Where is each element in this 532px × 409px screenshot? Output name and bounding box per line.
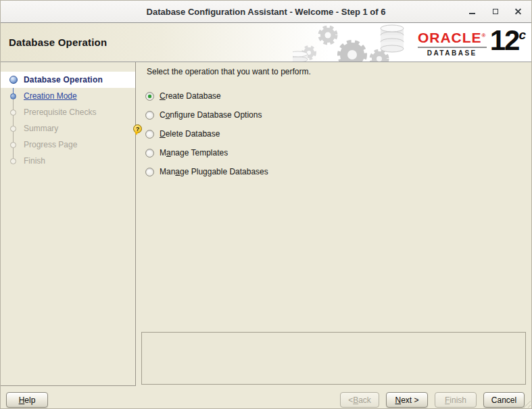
- database-wordmark: DATABASE: [427, 49, 477, 57]
- step-label: Prerequisite Checks: [24, 107, 96, 117]
- sidebar-step-creation-mode[interactable]: Creation Mode: [1, 88, 135, 104]
- radio-option-manage-pluggable-databases[interactable]: Manage Pluggable Databases: [143, 162, 526, 181]
- instruction-text: Select the operation that you want to pe…: [147, 67, 311, 76]
- radio-option-configure-database-options[interactable]: Configure Database Options: [143, 105, 526, 124]
- radio-icon[interactable]: [145, 168, 154, 176]
- window-title: Database Configuration Assistant - Welco…: [147, 7, 386, 17]
- step-pending-dot-icon: [10, 126, 16, 132]
- window-controls: [468, 1, 523, 22]
- sidebar-step-progress-page: Progress Page: [1, 137, 135, 153]
- close-icon[interactable]: [514, 7, 523, 16]
- registered-mark: ®: [482, 32, 487, 39]
- dbca-window: Database Configuration Assistant - Welco…: [0, 0, 532, 409]
- step-current-dot-icon: [9, 76, 18, 84]
- version-letter: c: [518, 28, 526, 43]
- oracle-12c-logo: ORACLE® DATABASE 12 c: [418, 27, 526, 57]
- radio-option-manage-templates[interactable]: Manage Templates: [143, 143, 526, 162]
- next-button[interactable]: Next >: [386, 392, 428, 408]
- wizard-nav-buttons: < Back Next > Finish Cancel: [340, 392, 525, 408]
- step-label: Database Operation: [24, 75, 103, 85]
- banner: Database Operation: [1, 23, 531, 62]
- cancel-button[interactable]: Cancel: [483, 392, 525, 408]
- radio-label: Create Database: [160, 91, 221, 101]
- sidebar-step-prerequisite-checks: Prerequisite Checks: [1, 104, 135, 120]
- main-panel: Select the operation that you want to pe…: [136, 62, 532, 386]
- footer-bar: Help < Back Next > Finish Cancel: [1, 386, 531, 409]
- page-title: Database Operation: [9, 37, 107, 48]
- radio-selected-icon[interactable]: [145, 92, 154, 101]
- help-button[interactable]: Help: [6, 392, 48, 408]
- radio-label: Manage Templates: [160, 148, 228, 158]
- finish-button: Finish: [435, 392, 477, 408]
- titlebar: Database Configuration Assistant - Welco…: [1, 1, 531, 23]
- radio-label: Manage Pluggable Databases: [160, 167, 268, 176]
- sidebar-step-summary: Summary: [1, 120, 135, 137]
- radio-option-delete-database[interactable]: ? Delete Database: [143, 124, 526, 143]
- radio-icon[interactable]: [145, 111, 154, 120]
- sidebar-step-database-operation[interactable]: Database Operation: [1, 72, 135, 88]
- step-pending-dot-icon: [10, 142, 16, 148]
- step-label: Creation Mode: [24, 91, 77, 101]
- help-balloon-icon: ?: [133, 124, 142, 133]
- oracle-brand-text: ORACLE: [418, 30, 482, 45]
- message-box: [141, 332, 526, 385]
- step-pending-dot-icon: [10, 158, 16, 164]
- step-pending-dot-icon: [10, 110, 16, 116]
- step-label: Summary: [24, 124, 58, 133]
- step-label: Finish: [24, 156, 45, 166]
- operation-radio-group: Create Database Configure Database Optio…: [143, 87, 526, 181]
- gears-database-graphic: [293, 23, 413, 62]
- minimize-icon[interactable]: [468, 7, 477, 16]
- maximize-icon[interactable]: [491, 7, 500, 16]
- sidebar-step-finish: Finish: [1, 153, 135, 169]
- step-done-dot-icon: [10, 93, 16, 99]
- wizard-stepper-sidebar: Database Operation Creation Mode Prerequ…: [1, 62, 136, 386]
- radio-label: Configure Database Options: [160, 110, 262, 120]
- radio-label: Delete Database: [160, 129, 220, 139]
- radio-icon[interactable]: [145, 130, 154, 139]
- radio-option-create-database[interactable]: Create Database: [143, 87, 526, 105]
- back-button: < Back: [340, 392, 379, 408]
- radio-icon[interactable]: [145, 149, 154, 158]
- step-label: Progress Page: [24, 140, 77, 149]
- logo-divider: [418, 47, 487, 48]
- version-number: 12: [490, 27, 519, 54]
